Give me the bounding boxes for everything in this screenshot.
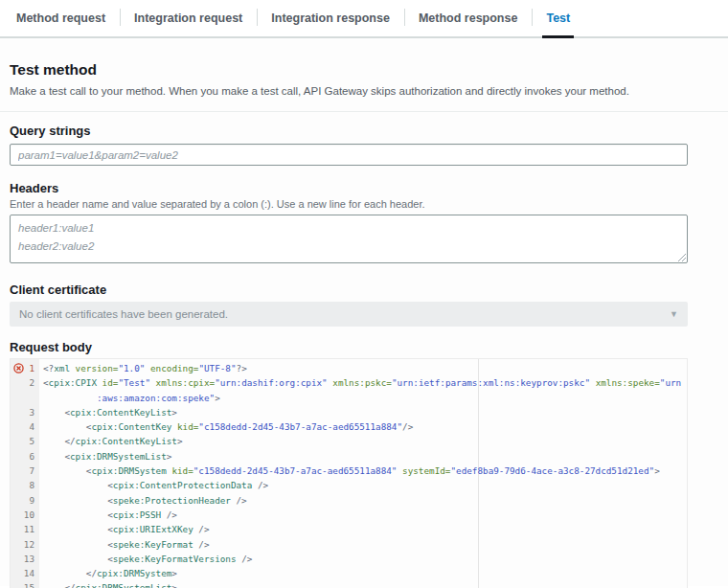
code-line[interactable]: 9 <speke:ProtectionHeader />	[11, 493, 687, 508]
code-text: </cpix:ContentKeyList>	[39, 434, 687, 448]
line-number: 1	[11, 361, 39, 375]
line-number: 14	[11, 566, 39, 580]
code-line[interactable]: 13 <speke:KeyFormatVersions />	[11, 552, 687, 566]
code-line[interactable]: 3 <cpix:ContentKeyList>	[11, 405, 687, 419]
code-text: <speke:ProtectionHeader />	[39, 493, 687, 508]
code-line[interactable]: 15 </cpix:DRMSystemList>	[11, 580, 687, 588]
code-line[interactable]: 11 <cpix:URIExtXKey />	[11, 522, 687, 536]
client-certificate-value: No client certificates have been generat…	[19, 308, 228, 320]
code-text: <cpix:URIExtXKey />	[39, 522, 687, 536]
code-text: <cpix:DRMSystem kid="c158dedd-2d45-43b7-…	[39, 464, 687, 478]
code-line[interactable]: 7 <cpix:DRMSystem kid="c158dedd-2d45-43b…	[11, 464, 687, 478]
code-text: <cpix:ContentKey kid="c158dedd-2d45-43b7…	[39, 419, 687, 434]
line-number: 13	[11, 552, 39, 566]
line-number: 15	[11, 580, 39, 588]
line-number	[11, 391, 39, 405]
chevron-down-icon: ▼	[670, 309, 678, 319]
code-text: <cpix:DRMSystemList>	[39, 449, 687, 464]
code-line[interactable]: 14 </cpix:DRMSystem>	[11, 566, 687, 580]
code-line[interactable]: 8 <cpix:ContentProtectionData />	[11, 478, 687, 492]
line-number: 7	[11, 464, 39, 478]
code-line[interactable]: 2<cpix:CPIX id="Test" xmlns:cpix="urn:da…	[11, 375, 687, 390]
code-text: <cpix:CPIX id="Test" xmlns:cpix="urn:das…	[39, 375, 687, 390]
error-icon	[13, 363, 24, 373]
line-number: 4	[11, 419, 39, 434]
line-number: 2	[11, 375, 39, 390]
headers-textarea[interactable]	[10, 215, 688, 263]
code-line[interactable]: 12 <speke:KeyFormat />	[11, 537, 687, 552]
client-certificate-label: Client certificate	[10, 283, 718, 297]
code-line[interactable]: 6 <cpix:DRMSystemList>	[11, 449, 687, 464]
line-number: 8	[11, 478, 39, 492]
query-strings-input[interactable]	[10, 144, 688, 166]
code-line[interactable]: 10 <cpix:PSSH />	[11, 508, 687, 522]
code-text: <cpix:ContentKeyList>	[39, 405, 687, 419]
code-line[interactable]: 1<?xml version="1.0" encoding="UTF-8"?>	[11, 361, 687, 375]
line-number: 3	[11, 405, 39, 419]
tab-test[interactable]: Test	[532, 0, 584, 36]
headers-hint: Enter a header name and value separated …	[10, 198, 718, 210]
code-text: <speke:KeyFormatVersions />	[39, 552, 687, 566]
request-body-editor[interactable]: 1<?xml version="1.0" encoding="UTF-8"?>2…	[10, 358, 688, 588]
code-line[interactable]: 4 <cpix:ContentKey kid="c158dedd-2d45-43…	[11, 419, 687, 434]
line-number: 12	[11, 537, 39, 552]
code-line[interactable]: :aws:amazon:com:speke">	[11, 391, 687, 405]
tab-method-request[interactable]: Method request	[2, 0, 120, 36]
code-text: </cpix:DRMSystem>	[39, 566, 687, 580]
line-number: 11	[11, 522, 39, 536]
request-body-label: Request body	[10, 340, 718, 354]
code-text: :aws:amazon:com:speke">	[39, 391, 687, 405]
test-panel: Test method Make a test call to your met…	[0, 38, 728, 586]
tab-integration-request[interactable]: Integration request	[120, 0, 257, 36]
code-text: <?xml version="1.0" encoding="UTF-8"?>	[39, 361, 687, 375]
line-number: 5	[11, 434, 39, 448]
line-number: 9	[11, 493, 39, 508]
line-number: 10	[11, 508, 39, 522]
code-text: <cpix:ContentProtectionData />	[39, 478, 687, 492]
page-title: Test method	[10, 38, 718, 79]
page-description: Make a test call to your method. When yo…	[10, 85, 718, 97]
code-text: <cpix:PSSH />	[39, 508, 687, 522]
client-certificate-select[interactable]: No client certificates have been generat…	[10, 302, 688, 327]
tab-integration-response[interactable]: Integration response	[257, 0, 404, 36]
headers-label: Headers	[10, 181, 718, 195]
query-strings-label: Query strings	[10, 124, 718, 138]
code-lines: 1<?xml version="1.0" encoding="UTF-8"?>2…	[11, 359, 687, 588]
section-divider	[0, 111, 728, 112]
headers-textarea-wrap	[10, 215, 688, 263]
line-number: 6	[11, 449, 39, 464]
code-text: </cpix:DRMSystemList>	[39, 580, 687, 588]
code-line[interactable]: 5 </cpix:ContentKeyList>	[11, 434, 687, 448]
tab-bar: Method requestIntegration requestIntegra…	[0, 0, 728, 38]
tab-method-response[interactable]: Method response	[404, 0, 533, 36]
code-text: <speke:KeyFormat />	[39, 537, 687, 552]
